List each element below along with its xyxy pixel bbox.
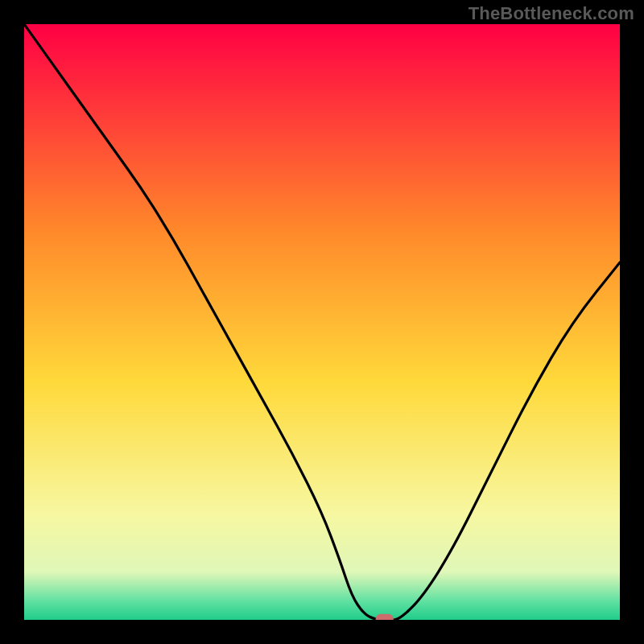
- optimal-marker: [376, 614, 394, 620]
- chart-svg: [24, 24, 620, 620]
- gradient-background: [24, 24, 620, 620]
- watermark-text: TheBottleneck.com: [469, 3, 634, 24]
- chart-frame: TheBottleneck.com: [0, 0, 644, 644]
- plot-area: [24, 24, 620, 620]
